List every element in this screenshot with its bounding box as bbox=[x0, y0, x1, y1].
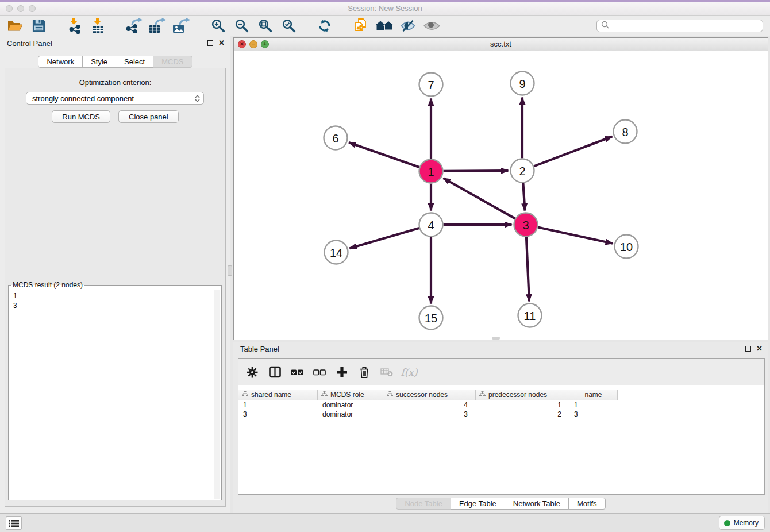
network-from-selection-icon[interactable] bbox=[352, 17, 370, 34]
table-row[interactable]: 1dominator411 bbox=[238, 400, 764, 410]
network-maximize-icon[interactable]: + bbox=[261, 40, 269, 48]
window-title: Session: New Session bbox=[0, 2, 770, 16]
control-panel-tabs: NetworkStyleSelectMCDS bbox=[0, 56, 230, 68]
tab-network[interactable]: Network bbox=[38, 56, 83, 68]
cell-name[interactable]: 1 bbox=[569, 400, 618, 410]
cell-shared-name[interactable]: 1 bbox=[238, 400, 318, 410]
network-close-icon[interactable]: ✕ bbox=[238, 40, 246, 48]
delete-row-icon[interactable] bbox=[357, 364, 371, 381]
search-input[interactable] bbox=[612, 22, 759, 30]
node-table: shared nameMCDS rolesuccessor nodesprede… bbox=[238, 390, 764, 419]
close-table-panel-icon[interactable]: ✕ bbox=[756, 346, 763, 352]
window-close-icon[interactable] bbox=[6, 5, 13, 12]
save-icon[interactable] bbox=[29, 17, 48, 34]
list-icon bbox=[9, 519, 19, 527]
column-header-name[interactable]: name bbox=[569, 390, 618, 400]
export-network-icon[interactable] bbox=[125, 17, 144, 34]
open-folder-icon[interactable] bbox=[6, 17, 24, 34]
show-eye-icon[interactable] bbox=[422, 17, 441, 34]
graph-edge-1-6[interactable] bbox=[349, 142, 419, 167]
toolbar-separator bbox=[306, 18, 307, 34]
zoom-fit-icon[interactable] bbox=[256, 17, 274, 34]
column-header-successor-nodes[interactable]: successor nodes bbox=[383, 390, 476, 400]
tab-select[interactable]: Select bbox=[116, 56, 153, 68]
mcds-result-line: 3 bbox=[13, 301, 210, 311]
column-header-MCDS-role[interactable]: MCDS role bbox=[318, 390, 383, 400]
cell-predecessor-nodes[interactable]: 2 bbox=[476, 410, 569, 419]
table-panel: Table Panel ✕ f(x) shared nameMCDS roles… bbox=[233, 342, 768, 513]
tab-style[interactable]: Style bbox=[82, 56, 116, 68]
network-minimize-icon[interactable]: − bbox=[249, 40, 257, 48]
cell-predecessor-nodes[interactable]: 1 bbox=[476, 400, 569, 410]
search-box[interactable] bbox=[596, 20, 763, 32]
select-all-icon[interactable] bbox=[290, 364, 304, 381]
zoom-in-icon[interactable] bbox=[209, 17, 227, 34]
close-panel-button[interactable]: Close panel bbox=[118, 110, 179, 123]
float-table-panel-icon[interactable] bbox=[745, 346, 751, 352]
control-panel: Control Panel ✕ NetworkStyleSelectMCDS O… bbox=[0, 36, 230, 513]
node-table-container: f(x) shared nameMCDS rolesuccessor nodes… bbox=[238, 358, 765, 495]
window-minimize-icon[interactable] bbox=[17, 5, 24, 12]
graph-edge-3-10[interactable] bbox=[538, 228, 613, 244]
cell-name[interactable]: 3 bbox=[569, 410, 618, 419]
export-table-icon[interactable] bbox=[149, 17, 167, 34]
table-row[interactable]: 3dominator323 bbox=[238, 410, 764, 419]
cell-MCDS-role[interactable]: dominator bbox=[318, 400, 383, 410]
graph-edge-3-11[interactable] bbox=[526, 237, 529, 301]
table-toolbar: f(x) bbox=[238, 359, 764, 385]
graph-edge-3-1[interactable] bbox=[443, 178, 515, 218]
settings-icon[interactable] bbox=[245, 364, 259, 381]
graph-edge-2-3[interactable] bbox=[523, 183, 525, 210]
deselect-all-icon[interactable] bbox=[313, 364, 326, 381]
network-view-window: ✕ − + scc.txt 7968124314101511 bbox=[233, 37, 768, 340]
network-window-titlebar[interactable]: ✕ − + scc.txt bbox=[234, 38, 768, 51]
split-panel-icon[interactable] bbox=[268, 364, 282, 381]
task-history-button[interactable] bbox=[6, 516, 22, 530]
cell-shared-name[interactable]: 3 bbox=[238, 410, 318, 419]
tab-mcds[interactable]: MCDS bbox=[153, 56, 192, 68]
result-scrollbar[interactable] bbox=[214, 290, 220, 499]
titlebar[interactable]: Session: New Session bbox=[0, 2, 770, 16]
graph-edge-2-8[interactable] bbox=[534, 137, 612, 167]
graph-edge-1-2[interactable] bbox=[443, 171, 508, 171]
tab-edge-table[interactable]: Edge Table bbox=[451, 498, 505, 510]
application-window: Session: New Session Control Panel ✕ Net… bbox=[0, 0, 770, 532]
import-network-icon[interactable] bbox=[66, 17, 84, 34]
float-panel-icon[interactable] bbox=[207, 40, 213, 46]
network-graph: 7968124314101511 bbox=[234, 51, 768, 340]
tab-motifs[interactable]: Motifs bbox=[568, 498, 606, 510]
table-panel-title: Table Panel bbox=[240, 345, 279, 353]
refresh-icon[interactable] bbox=[315, 17, 334, 34]
mcds-result-text[interactable]: 13 bbox=[10, 290, 214, 499]
column-header-predecessor-nodes[interactable]: predecessor nodes bbox=[476, 390, 569, 400]
zoom-selected-icon[interactable] bbox=[279, 17, 298, 34]
run-mcds-button[interactable]: Run MCDS bbox=[52, 110, 110, 123]
graph-node-label-8: 8 bbox=[622, 126, 628, 138]
window-zoom-icon[interactable] bbox=[29, 5, 36, 12]
tab-node-table[interactable]: Node Table bbox=[396, 498, 451, 510]
first-neighbors-icon[interactable] bbox=[375, 17, 394, 34]
graph-node-label-6: 6 bbox=[332, 132, 338, 145]
network-canvas[interactable]: 7968124314101511 bbox=[234, 51, 768, 340]
optimization-select[interactable]: strongly connected component bbox=[26, 92, 204, 105]
graph-node-label-10: 10 bbox=[620, 241, 633, 253]
import-table-icon[interactable] bbox=[89, 17, 107, 34]
export-image-icon[interactable] bbox=[172, 17, 191, 34]
memory-button[interactable]: Memory bbox=[719, 516, 765, 530]
column-label: shared name bbox=[251, 391, 291, 399]
close-panel-icon[interactable]: ✕ bbox=[218, 40, 225, 46]
cell-successor-nodes[interactable]: 4 bbox=[383, 400, 476, 410]
graph-node-label-11: 11 bbox=[524, 310, 536, 322]
table-divider-handle[interactable] bbox=[492, 337, 500, 340]
graph-edge-4-14[interactable] bbox=[350, 228, 419, 248]
graph-node-label-4: 4 bbox=[428, 219, 434, 232]
cell-successor-nodes[interactable]: 3 bbox=[383, 410, 476, 419]
add-row-icon[interactable] bbox=[335, 364, 349, 381]
optimization-selected-value: strongly connected component bbox=[32, 94, 134, 103]
tab-network-table[interactable]: Network Table bbox=[505, 498, 569, 510]
hide-eye-icon[interactable] bbox=[399, 17, 417, 34]
zoom-out-icon[interactable] bbox=[232, 17, 251, 34]
column-header-shared-name[interactable]: shared name bbox=[238, 390, 318, 400]
panel-divider-handle[interactable] bbox=[228, 265, 232, 276]
cell-MCDS-role[interactable]: dominator bbox=[318, 410, 383, 419]
